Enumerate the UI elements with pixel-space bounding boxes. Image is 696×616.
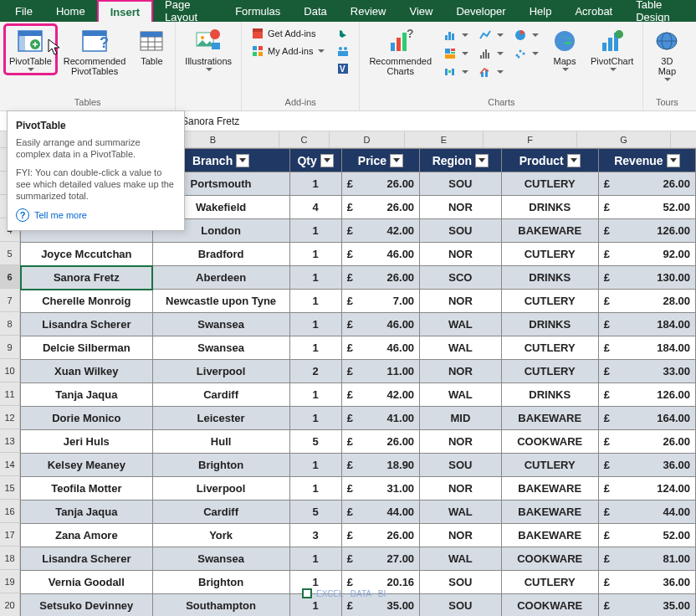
cell[interactable]: £31.00	[341, 477, 419, 501]
cell[interactable]: £35.00	[598, 594, 695, 617]
cell[interactable]: NOR	[420, 243, 502, 266]
col-header-C[interactable]: C	[279, 131, 330, 147]
line-chart-button[interactable]	[474, 27, 508, 44]
cell[interactable]: Swansea	[152, 547, 289, 571]
cell[interactable]: SOU	[420, 454, 502, 477]
row-header-20[interactable]: 20	[0, 593, 19, 616]
cell[interactable]: NOR	[420, 360, 502, 383]
waterfall-chart-button[interactable]	[439, 64, 473, 80]
cell[interactable]: Tanja Jaqua	[21, 501, 153, 524]
row-header-13[interactable]: 13	[0, 429, 19, 453]
cell[interactable]: Aberdeen	[152, 266, 289, 290]
3d-map-button[interactable]: 3D Map	[648, 25, 685, 84]
row-header-17[interactable]: 17	[0, 523, 19, 547]
cell[interactable]: Setsuko Devinney	[21, 594, 153, 617]
filter-icon[interactable]	[236, 154, 249, 167]
cell[interactable]: CUTLERY	[501, 360, 598, 383]
scatter-chart-button[interactable]	[509, 45, 543, 62]
cell[interactable]: £26.00	[341, 524, 419, 547]
cell[interactable]: Delcie Silberman	[21, 336, 153, 360]
cell[interactable]: Sanora Fretz	[21, 266, 153, 290]
cell[interactable]: Jeri Huls	[21, 430, 153, 454]
row-header-12[interactable]: 12	[0, 406, 19, 429]
cell[interactable]: COOKWARE	[501, 547, 598, 571]
statistic-chart-button[interactable]	[474, 45, 508, 62]
row-header-10[interactable]: 10	[0, 359, 19, 382]
cell[interactable]: 1	[289, 243, 341, 266]
cell[interactable]: NOR	[420, 196, 502, 219]
pie-chart-button[interactable]	[509, 27, 543, 44]
cell[interactable]: CUTLERY	[501, 290, 598, 313]
cell[interactable]: Liverpool	[152, 360, 289, 383]
cell[interactable]: Xuan Wilkey	[21, 360, 153, 383]
cell[interactable]: SOU	[420, 172, 502, 196]
cell[interactable]: SCO	[420, 266, 502, 290]
cell[interactable]: £26.00	[598, 172, 695, 196]
cell[interactable]: £44.00	[341, 501, 419, 524]
cell[interactable]: BAKEWARE	[501, 524, 598, 547]
cell[interactable]: Leicester	[152, 407, 289, 430]
tab-help[interactable]: Help	[518, 0, 564, 22]
filter-icon[interactable]	[667, 154, 680, 167]
cell[interactable]: 1	[289, 219, 341, 243]
cell[interactable]: Lisandra Scherer	[21, 313, 153, 336]
cell[interactable]: £33.00	[598, 360, 695, 383]
combo-chart-button[interactable]	[474, 64, 508, 80]
cell[interactable]: £81.00	[598, 547, 695, 571]
cell[interactable]: £11.00	[341, 360, 419, 383]
cell[interactable]: £130.00	[598, 266, 695, 290]
cell[interactable]: BAKEWARE	[501, 501, 598, 524]
filter-icon[interactable]	[567, 154, 581, 167]
tab-home[interactable]: Home	[44, 0, 97, 22]
col-header-F[interactable]: F	[484, 131, 577, 147]
row-header-19[interactable]: 19	[0, 570, 19, 593]
cell[interactable]: 1	[289, 454, 341, 477]
people-graph-button[interactable]	[332, 43, 354, 59]
cell[interactable]: £184.00	[598, 313, 695, 336]
row-header-11[interactable]: 11	[0, 382, 19, 406]
cell[interactable]: CUTLERY	[501, 336, 598, 360]
cell[interactable]: WAL	[420, 383, 502, 407]
cell[interactable]: 2	[289, 360, 341, 383]
cell[interactable]: Southampton	[152, 594, 289, 617]
cell[interactable]: £46.00	[341, 313, 419, 336]
cell[interactable]: £44.00	[598, 501, 695, 524]
cell[interactable]: £26.00	[341, 172, 419, 196]
cell[interactable]: Brighton	[152, 454, 289, 477]
cell[interactable]: WAL	[420, 547, 502, 571]
filter-icon[interactable]	[390, 154, 403, 167]
cell[interactable]: £18.90	[341, 454, 419, 477]
column-chart-button[interactable]	[439, 27, 473, 44]
row-header-18[interactable]: 18	[0, 547, 19, 570]
col-header-E[interactable]: E	[405, 131, 484, 147]
row-header-5[interactable]: 5	[0, 242, 19, 265]
cell[interactable]: SOU	[420, 571, 502, 594]
cell[interactable]: WAL	[420, 336, 502, 360]
cell[interactable]: 1	[289, 407, 341, 430]
tab-acrobat[interactable]: Acrobat	[563, 0, 624, 22]
cell[interactable]: CUTLERY	[501, 243, 598, 266]
cell[interactable]: York	[152, 524, 289, 547]
hierarchy-chart-button[interactable]	[439, 45, 473, 62]
cell[interactable]: DRINKS	[501, 196, 598, 219]
tab-data[interactable]: Data	[292, 0, 338, 22]
cell[interactable]: WAL	[420, 501, 502, 524]
cell[interactable]: 1	[289, 383, 341, 407]
cell[interactable]: 4	[289, 196, 341, 219]
cell[interactable]: £42.00	[341, 383, 419, 407]
cell[interactable]: £184.00	[598, 336, 695, 360]
cell[interactable]: NOR	[420, 477, 502, 501]
filter-icon[interactable]	[475, 154, 489, 167]
row-header-6[interactable]: 6	[0, 265, 19, 289]
formula-value[interactable]: Sanora Fretz	[175, 116, 696, 127]
cell[interactable]: CUTLERY	[501, 454, 598, 477]
cell[interactable]: Kelsey Meaney	[21, 454, 153, 477]
tab-page-layout[interactable]: Page Layout	[153, 0, 223, 22]
cell[interactable]: 1	[289, 290, 341, 313]
cell[interactable]: £46.00	[341, 336, 419, 360]
bing-maps-button[interactable]	[332, 25, 354, 42]
recommended-pivottables-button[interactable]: ? Recommended PivotTables	[59, 25, 130, 79]
cell[interactable]: £36.00	[598, 454, 695, 477]
col-header-G[interactable]: G	[577, 131, 671, 147]
get-addins-button[interactable]: Get Add-ins	[247, 25, 329, 42]
